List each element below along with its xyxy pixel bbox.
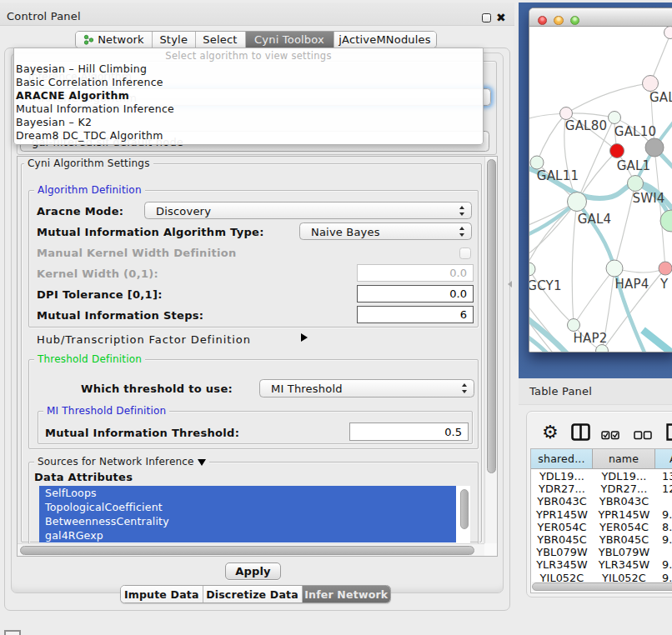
tab-select[interactable]: Select: [195, 32, 245, 48]
table-cell[interactable]: YBL079W: [531, 546, 593, 558]
control-panel-titlebar[interactable]: Control Panel ✖: [0, 2, 514, 26]
collapse-sources-icon[interactable]: [198, 459, 206, 466]
zoom-window-icon[interactable]: [570, 16, 580, 26]
network-view-window[interactable]: GAL7GAL80GAL10GAL1GAL11SWI4GAL4GCY1HAP4Y…: [529, 8, 672, 352]
algorithm-menu-item[interactable]: Dream8 DC_TDC Algorithm: [16, 129, 163, 142]
gear-icon[interactable]: ⚙: [542, 425, 559, 442]
network-edge[interactable]: [572, 202, 577, 325]
table-cell[interactable]: [655, 546, 672, 558]
network-edge[interactable]: [566, 113, 614, 118]
table-cell[interactable]: YER054C: [593, 521, 655, 533]
network-node-swi4[interactable]: [628, 176, 644, 192]
select-all-icon[interactable]: [601, 428, 619, 443]
network-node-gcy1[interactable]: [529, 262, 535, 276]
table-cell[interactable]: YDR27...: [531, 482, 593, 495]
table-cell[interactable]: YDL19...: [593, 470, 655, 482]
kernel-width-field[interactable]: 0.0: [357, 264, 474, 282]
tab-cyni-toolbox[interactable]: Cyni Toolbox: [245, 32, 333, 48]
which-threshold-combo[interactable]: MI Threshold: [259, 379, 474, 398]
mi-algorithm-type-combo[interactable]: Naive Bayes: [299, 222, 472, 240]
table-cell[interactable]: 9.: [655, 558, 672, 571]
table-cell[interactable]: 9.: [655, 533, 672, 546]
table-row[interactable]: YLR345WYLR345W9.: [531, 558, 672, 571]
apply-button[interactable]: Apply: [225, 562, 281, 580]
bottom-tab-infer-network[interactable]: Infer Network: [302, 586, 391, 602]
algorithm-menu-item[interactable]: ARACNE Algorithm: [16, 89, 129, 102]
table-cell[interactable]: 12: [655, 482, 672, 495]
table-cell[interactable]: YPR145W: [593, 508, 655, 521]
horizontal-scrollbar[interactable]: [18, 543, 486, 556]
manual-kernel-width-checkbox[interactable]: [459, 248, 471, 259]
minimize-window-icon[interactable]: [554, 16, 564, 26]
attribute-item[interactable]: gal4RGexp: [39, 528, 456, 542]
table-horizontal-scrollbar-thumb[interactable]: [532, 582, 672, 591]
network-node-gray-node[interactable]: [645, 138, 664, 157]
table-row[interactable]: YBR045CYBR045C9.: [531, 533, 672, 546]
float-panel-icon[interactable]: [482, 13, 491, 22]
bottom-tab-impute-data[interactable]: Impute Data: [121, 586, 203, 602]
new-column-icon[interactable]: [666, 423, 672, 444]
network-edge[interactable]: [566, 83, 650, 113]
table-row[interactable]: YPR145WYPR145W9.: [531, 508, 672, 521]
network-window-titlebar[interactable]: [529, 8, 672, 27]
attribute-item[interactable]: BetweennessCentrality: [39, 514, 456, 528]
table-cell[interactable]: YDL19...: [531, 470, 593, 482]
attribute-item[interactable]: SelfLoops: [39, 486, 456, 500]
attribute-item[interactable]: TopologicalCoefficient: [39, 500, 456, 514]
table-row[interactable]: YDR27...YDR27...12: [531, 482, 672, 495]
mi-steps-field[interactable]: 6: [357, 306, 474, 323]
table-cell[interactable]: YLR345W: [531, 558, 593, 571]
split-view-icon[interactable]: [571, 423, 590, 444]
algorithm-menu-item[interactable]: Mutual Information Inference: [16, 102, 174, 115]
tab-network[interactable]: Network: [76, 32, 152, 48]
minimized-panel-icon[interactable]: [4, 630, 21, 635]
table-cell[interactable]: 8.: [655, 521, 672, 533]
expand-hub-icon[interactable]: [301, 333, 308, 342]
table-cell[interactable]: YBR043C: [531, 495, 593, 508]
network-node-hap2[interactable]: [568, 319, 580, 332]
table-cell[interactable]: YBR043C: [593, 495, 655, 508]
table-cell[interactable]: YDR27...: [593, 482, 655, 495]
close-panel-icon[interactable]: ✖: [496, 11, 506, 24]
data-attributes-list[interactable]: SelfLoopsTopologicalCoefficientBetweenne…: [39, 486, 470, 543]
table-cell[interactable]: 9.: [655, 508, 672, 521]
table-row[interactable]: YBR043CYBR043C: [531, 495, 672, 508]
horizontal-scrollbar-thumb[interactable]: [20, 546, 474, 555]
table-row[interactable]: YDL19...YDL19...13: [531, 470, 672, 482]
table-cell[interactable]: YBR045C: [531, 533, 593, 546]
column-header-3[interactable]: A: [655, 449, 672, 469]
table-cell[interactable]: YBL079W: [593, 546, 655, 558]
algorithm-menu-item[interactable]: Bayesian – K2: [16, 116, 92, 128]
attribute-list-scrollbar[interactable]: [460, 489, 469, 529]
network-node-gal10[interactable]: [609, 112, 621, 124]
network-node-gal1[interactable]: [610, 144, 624, 158]
network-node-gal7[interactable]: [643, 76, 659, 92]
table-cell[interactable]: YLR345W: [593, 558, 655, 571]
table-cell[interactable]: YER054C: [531, 521, 593, 533]
close-window-icon[interactable]: [538, 16, 548, 26]
tab-jactivemnodules[interactable]: jActiveMNodules: [333, 32, 436, 48]
network-node-gal4[interactable]: [568, 192, 587, 212]
network-node-node-top[interactable]: [664, 27, 672, 39]
algorithm-menu-item[interactable]: Bayesian – Hill Climbing: [16, 62, 147, 75]
bottom-tab-discretize-data[interactable]: Discretize Data: [203, 586, 302, 602]
table-cell[interactable]: YBR045C: [593, 533, 655, 546]
network-node-gal11[interactable]: [530, 156, 544, 169]
deselect-all-icon[interactable]: [634, 428, 652, 443]
algorithm-menu-item[interactable]: Basic Correlation Inference: [16, 76, 163, 88]
table-cell[interactable]: 13: [655, 470, 672, 482]
network-edge-highlighted[interactable]: [643, 330, 672, 352]
column-header-2[interactable]: name: [593, 449, 655, 469]
dpi-tolerance-field[interactable]: 0.0: [357, 285, 474, 302]
tab-style[interactable]: Style: [152, 32, 195, 48]
network-edge[interactable]: [537, 113, 566, 162]
table-cell[interactable]: YPR145W: [531, 508, 593, 521]
network-node-hap4[interactable]: [606, 260, 623, 277]
network-node-salmon-node[interactable]: [659, 262, 672, 275]
table-row[interactable]: YER054CYER054C8.: [531, 521, 672, 533]
node-table[interactable]: shared...nameAYDL19...YDL19...13YDR27...…: [530, 448, 672, 593]
table-cell[interactable]: [655, 495, 672, 508]
table-horizontal-scrollbar[interactable]: [532, 582, 672, 592]
aracne-mode-combo[interactable]: Discovery: [144, 202, 472, 219]
vertical-scrollbar-thumb[interactable]: [487, 159, 496, 473]
